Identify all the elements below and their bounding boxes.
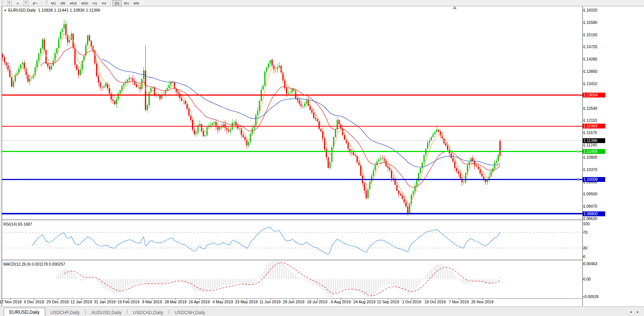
hline-handle-1.10008[interactable] — [577, 179, 579, 180]
dropdown-caret-icon[interactable]: ▾ — [37, 2, 38, 4]
price-label-1.13004: 1.13004 — [583, 93, 605, 97]
text-box-icon: T — [24, 1, 28, 6]
date-label: 9 Mar 2019 — [142, 300, 162, 304]
price-tick-label: 1.11670 — [583, 130, 603, 135]
timeframe-h4[interactable]: H4 — [99, 0, 108, 6]
rsi-tick — [582, 232, 584, 233]
price-label-1.11009: 1.11009 — [583, 149, 605, 154]
date-axis-top-line — [1, 298, 582, 299]
price-tick — [582, 10, 584, 10]
toolbar: FAT⇄▾M1M5M15M30H1H4D1W1MN — [0, 0, 644, 6]
timeframe-w1[interactable]: W1 — [122, 0, 131, 6]
fibo-box-icon: F — [7, 1, 12, 6]
text-box-icon[interactable]: T — [22, 0, 30, 6]
timeframe-h1[interactable]: H1 — [90, 0, 99, 6]
date-label: 24 Aug 2019 — [354, 300, 376, 304]
chart-shift-marker[interactable] — [453, 6, 457, 9]
price-tick-label: 1.13410 — [583, 81, 603, 86]
date-label: 31 Jan 2019 — [94, 300, 116, 304]
price-tick — [582, 22, 584, 23]
rsi-tick — [582, 257, 584, 257]
tab-scroll-left-icon[interactable]: ◂ — [630, 310, 632, 314]
text-a-icon: A — [16, 1, 19, 5]
hline-1.13004[interactable] — [2, 95, 582, 96]
price-tick — [582, 133, 584, 133]
hline-1.10008[interactable] — [2, 179, 582, 180]
price-tick — [582, 59, 584, 59]
price-tick — [582, 84, 584, 84]
price-tick-label: 1.10370 — [583, 167, 603, 172]
toolbar-grip[interactable] — [45, 1, 48, 5]
macd-panel[interactable] — [1, 261, 582, 298]
text-a-icon[interactable]: A — [15, 0, 21, 6]
timeframe-m1[interactable]: M1 — [49, 0, 58, 6]
price-tick-label: 1.11240 — [583, 143, 603, 147]
date-label: 29 Jun 2019 — [283, 300, 304, 304]
hline-handle-1.11009[interactable] — [577, 151, 579, 152]
toolbar-grip[interactable] — [1, 1, 4, 5]
timeframe-d1[interactable]: D1 — [112, 0, 121, 6]
timeframe-m30[interactable]: M30 — [79, 0, 90, 6]
date-label: 23 May 2019 — [235, 300, 258, 304]
price-tick-label: 1.15580 — [583, 20, 603, 25]
tab-scroll-right-icon[interactable]: ▸ — [637, 310, 639, 314]
price-tick-label: 1.12540 — [583, 106, 603, 111]
date-label: 17 Nov 2018 — [0, 300, 22, 304]
rsi-panel[interactable] — [1, 220, 582, 260]
price-tick — [582, 206, 584, 207]
tab-usdchf[interactable]: USDCHF,Daily — [45, 309, 85, 316]
timeframe-mn[interactable]: MN — [131, 0, 141, 6]
timeframe-m5[interactable]: M5 — [58, 0, 68, 6]
hline-1.11903[interactable] — [2, 126, 582, 127]
macd-splitter[interactable] — [1, 260, 582, 260]
price-tick — [582, 145, 584, 145]
date-label: 16 Apr 2019 — [189, 300, 210, 304]
date-label: 18 Jul 2019 — [307, 300, 327, 304]
rsi-tick-label: 100 — [583, 221, 603, 226]
macd-tick-label: 0.00 — [583, 277, 603, 281]
macd-tick — [582, 264, 584, 264]
tab-eurusd[interactable]: EURUSD,Daily — [4, 308, 45, 316]
price-tick — [582, 120, 584, 121]
price-label-1.11903: 1.11903 — [583, 124, 605, 128]
hline-1.11396[interactable] — [2, 140, 582, 141]
date-label: 6 Aug 2019 — [331, 300, 351, 304]
hline-1.08800[interactable] — [2, 213, 582, 214]
candlestick-chart[interactable] — [1, 6, 582, 219]
date-label: 6 Dec 2018 — [24, 300, 44, 304]
hline-1.11009[interactable] — [2, 151, 582, 152]
rsi-tick — [582, 224, 584, 224]
date-label: 19 Oct 2019 — [424, 300, 446, 304]
price-tick-label: 1.09070 — [583, 204, 603, 208]
arrows-dropdown-icon: ⇄ — [33, 1, 36, 5]
date-label: 4 May 2019 — [212, 300, 233, 304]
price-tick — [582, 71, 584, 72]
hline-handle-1.13004[interactable] — [577, 94, 579, 96]
price-label-1.08800: 1.08800 — [583, 211, 605, 216]
macd-tick-label: 0.00463 — [583, 261, 603, 266]
price-tick-label: 1.08630 — [583, 216, 603, 221]
tab-usdcad[interactable]: USDCAD,Daily — [128, 309, 168, 316]
date-label: 12 Sep 2019 — [377, 300, 399, 304]
rsi-tick-label: 70 — [583, 230, 603, 235]
fibo-box-icon[interactable]: F — [5, 0, 14, 6]
date-label: 25 Dec 2018 — [47, 300, 69, 304]
rsi-label: RSI(14) 65.1687 — [3, 222, 32, 226]
chart-title[interactable]: ▼EURUSD,Daily 1.10836 1.11441 1.10836 1.… — [4, 8, 100, 12]
price-tick-label: 1.14720 — [583, 44, 603, 49]
rsi-splitter[interactable] — [1, 219, 582, 220]
date-label: 19 Feb 2019 — [118, 300, 140, 304]
macd-tick — [582, 297, 584, 297]
tab-audusd[interactable]: AUDUSD,Daily — [86, 309, 127, 316]
timeframe-m15[interactable]: M15 — [68, 0, 79, 6]
macd-tick — [582, 279, 584, 279]
macd-label: MACD(12,26,9) 0.001178 0.000257 — [3, 262, 65, 266]
arrows-dropdown-icon[interactable]: ⇄▾ — [31, 0, 40, 6]
date-label: 28 Mar 2019 — [165, 300, 187, 304]
collapse-triangle-icon[interactable]: ▼ — [4, 9, 7, 12]
price-tick-label: 1.12110 — [583, 118, 603, 123]
price-tick — [582, 157, 584, 158]
price-tick-label: 1.14280 — [583, 57, 603, 61]
price-axis-line — [582, 6, 583, 306]
tab-usdcnh[interactable]: USDCNH,Daily — [169, 309, 210, 316]
